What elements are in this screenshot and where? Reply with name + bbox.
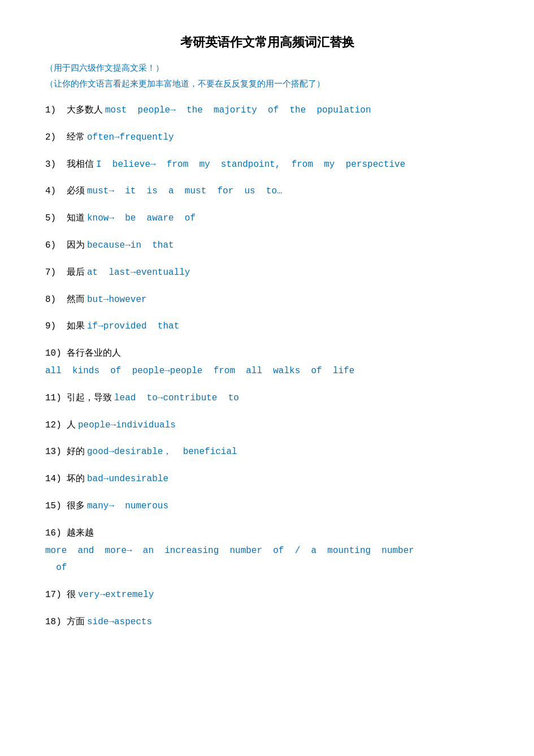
list-item: 5)知道 know→ be aware of: [45, 210, 489, 227]
item-chinese: 因为: [67, 237, 85, 253]
item-chinese: 大多数人: [67, 102, 103, 118]
list-item: 8)然而 but→however: [45, 291, 489, 308]
item-chinese: 各行各业的人: [67, 345, 121, 361]
item-content: at last→eventually: [87, 265, 190, 281]
list-item: 11)引起，导致 lead to→contribute to: [45, 390, 489, 407]
item-number: 6): [45, 237, 67, 254]
item-chinese: 坏的: [67, 470, 85, 487]
item-content: but→however: [87, 292, 147, 308]
item-chinese: 最后: [67, 264, 85, 280]
item-content: more and more→ an increasing number of /…: [45, 543, 489, 559]
item-content: bad→undesirable: [87, 471, 168, 487]
item-chinese: 我相信: [67, 156, 94, 172]
items-container: 1)大多数人 most people→ the majority of the …: [45, 102, 489, 630]
item-chinese: 引起，导致: [67, 390, 112, 406]
item-chinese: 必须: [67, 183, 85, 199]
item-content: good→desirable， beneficial: [87, 444, 237, 460]
item-number: 10): [45, 345, 67, 362]
item-content: all kinds of people→people from all walk…: [45, 363, 489, 379]
item-number: 15): [45, 498, 67, 515]
item-content: often→frequently: [87, 129, 174, 146]
item-chinese: 好的: [67, 443, 85, 460]
item-number: 18): [45, 614, 67, 630]
list-item: 9)如果 if→provided that: [45, 318, 489, 335]
item-chinese: 很: [67, 586, 76, 603]
item-number: 14): [45, 471, 67, 487]
item-number: 7): [45, 265, 67, 281]
item-content: many→ numerous: [87, 498, 168, 515]
item-number: 4): [45, 183, 67, 200]
item-number: 2): [45, 129, 67, 146]
item-content: if→provided that: [87, 318, 179, 335]
list-item: 1)大多数人 most people→ the majority of the …: [45, 102, 489, 119]
item-number: 3): [45, 157, 67, 173]
list-item: 16)越来越more and more→ an increasing numbe…: [45, 525, 489, 576]
item-chinese: 经常: [67, 129, 85, 145]
list-item: 10)各行各业的人all kinds of people→people from…: [45, 345, 489, 379]
item-number: 8): [45, 292, 67, 308]
item-number: 16): [45, 525, 67, 542]
item-number: 5): [45, 210, 67, 227]
item-number: 1): [45, 102, 67, 119]
subtitle1: （用于四六级作文提高文采！）: [45, 61, 489, 75]
item-chinese: 如果: [67, 318, 85, 334]
item-number: 12): [45, 417, 67, 434]
item-content-line2: of: [45, 560, 489, 576]
list-item: 17)很 very→extremely: [45, 586, 489, 603]
list-item: 12)人 people→individuals: [45, 417, 489, 434]
item-content: side→aspects: [87, 614, 152, 630]
list-item: 13)好的 good→desirable， beneficial: [45, 443, 489, 460]
item-number: 11): [45, 390, 67, 407]
list-item: 3)我相信 I believe→ from my standpoint, fro…: [45, 156, 489, 173]
item-content: most people→ the majority of the populat…: [105, 102, 371, 119]
item-number: 9): [45, 318, 67, 335]
item-content: know→ be aware of: [87, 210, 196, 227]
item-chinese: 人: [67, 417, 76, 433]
item-chinese: 方面: [67, 614, 85, 630]
item-content: because→in that: [87, 237, 174, 254]
list-item: 15)很多 many→ numerous: [45, 498, 489, 515]
item-chinese: 越来越: [67, 525, 94, 541]
list-item: 7)最后 at last→eventually: [45, 264, 489, 281]
list-item: 2)经常 often→frequently: [45, 129, 489, 146]
page-title: 考研英语作文常用高频词汇替换: [45, 34, 489, 51]
item-chinese: 很多: [67, 498, 85, 514]
item-number: 13): [45, 444, 67, 460]
item-chinese: 知道: [67, 210, 85, 226]
item-chinese: 然而: [67, 291, 85, 308]
item-content: people→individuals: [78, 417, 176, 434]
item-content: I believe→ from my standpoint, from my p…: [96, 157, 405, 173]
subtitle2: （让你的作文语言看起来更加丰富地道，不要在反反复复的用一个搭配了）: [45, 77, 489, 90]
list-item: 18)方面 side→aspects: [45, 614, 489, 630]
list-item: 4)必须 must→ it is a must for us to…: [45, 183, 489, 200]
list-item: 6)因为 because→in that: [45, 237, 489, 254]
list-item: 14)坏的 bad→undesirable: [45, 470, 489, 487]
item-content: must→ it is a must for us to…: [87, 183, 283, 200]
item-number: 17): [45, 587, 67, 603]
item-content: very→extremely: [78, 587, 154, 603]
item-content: lead to→contribute to: [114, 390, 239, 407]
